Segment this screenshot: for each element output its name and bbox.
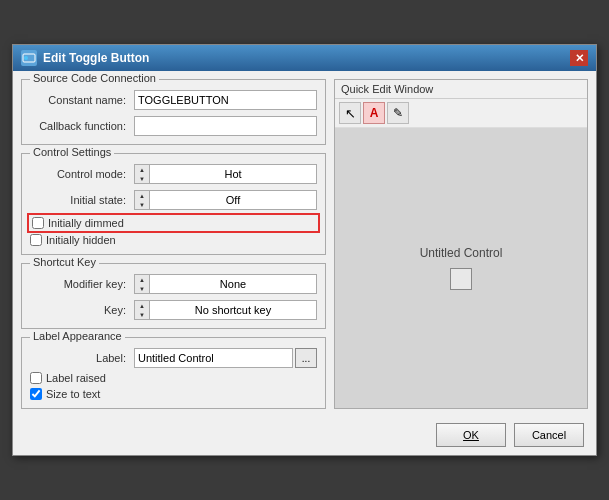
label-appearance-group-label: Label Appearance [30, 330, 125, 342]
initial-state-row: Initial state: ▲ ▼ Off [30, 190, 317, 210]
edit-toggle-button-dialog: Edit Toggle Button ✕ Source Code Connect… [12, 44, 597, 456]
modifier-key-label: Modifier key: [30, 278, 130, 290]
control-mode-down[interactable]: ▼ [135, 174, 149, 183]
modifier-key-row: Modifier key: ▲ ▼ None [30, 274, 317, 294]
constant-name-label: Constant name: [30, 94, 130, 106]
initially-dimmed-checkbox[interactable] [32, 217, 44, 229]
initial-state-up[interactable]: ▲ [135, 191, 149, 200]
key-value: No shortcut key [149, 300, 317, 320]
key-arrows[interactable]: ▲ ▼ [134, 300, 149, 320]
size-to-text-row: Size to text [30, 388, 317, 400]
right-panel: Quick Edit Window ↖ A ✎ Untitled Control [334, 79, 588, 409]
quick-edit-toolbar: ↖ A ✎ [335, 99, 587, 128]
source-code-group: Source Code Connection Constant name: Ca… [21, 79, 326, 145]
close-button[interactable]: ✕ [570, 50, 588, 66]
label-row: Label: ... [30, 348, 317, 368]
key-label: Key: [30, 304, 130, 316]
label-label: Label: [30, 352, 130, 364]
key-up[interactable]: ▲ [135, 301, 149, 310]
pencil-tool-button[interactable]: ✎ [387, 102, 409, 124]
callback-label: Callback function: [30, 120, 130, 132]
ok-button[interactable]: OK [436, 423, 506, 447]
modifier-key-arrows[interactable]: ▲ ▼ [134, 274, 149, 294]
label-raised-label: Label raised [46, 372, 106, 384]
initial-state-arrows[interactable]: ▲ ▼ [134, 190, 149, 210]
dialog-title: Edit Toggle Button [43, 51, 149, 65]
toggle-visual [450, 268, 472, 290]
constant-name-input[interactable] [134, 90, 317, 110]
dialog-footer: OK Cancel [13, 417, 596, 455]
initially-hidden-label: Initially hidden [46, 234, 116, 246]
left-panel: Source Code Connection Constant name: Ca… [21, 79, 326, 409]
initial-state-value: Off [149, 190, 317, 210]
label-input[interactable] [134, 348, 293, 368]
svg-point-1 [24, 56, 28, 60]
key-row: Key: ▲ ▼ No shortcut key [30, 300, 317, 320]
control-mode-value: Hot [149, 164, 317, 184]
quick-edit-panel: Quick Edit Window ↖ A ✎ Untitled Control [334, 79, 588, 409]
shortcut-key-group: Shortcut Key Modifier key: ▲ ▼ None Key: [21, 263, 326, 329]
label-raised-checkbox[interactable] [30, 372, 42, 384]
dialog-icon [21, 50, 37, 66]
label-input-group: ... [134, 348, 317, 368]
initial-state-spinner: ▲ ▼ Off [134, 190, 317, 210]
initially-dimmed-label: Initially dimmed [48, 217, 124, 229]
control-mode-label: Control mode: [30, 168, 130, 180]
initial-state-label: Initial state: [30, 194, 130, 206]
label-browse-button[interactable]: ... [295, 348, 317, 368]
key-down[interactable]: ▼ [135, 310, 149, 319]
cancel-button[interactable]: Cancel [514, 423, 584, 447]
initial-state-down[interactable]: ▼ [135, 200, 149, 209]
initially-hidden-row: Initially hidden [30, 234, 317, 246]
cursor-tool-button[interactable]: ↖ [339, 102, 361, 124]
titlebar: Edit Toggle Button ✕ [13, 45, 596, 71]
modifier-key-spinner: ▲ ▼ None [134, 274, 317, 294]
control-mode-row: Control mode: ▲ ▼ Hot [30, 164, 317, 184]
callback-row: Callback function: [30, 116, 317, 136]
modifier-key-up[interactable]: ▲ [135, 275, 149, 284]
canvas-control-label: Untitled Control [420, 246, 503, 260]
label-raised-row: Label raised [30, 372, 317, 384]
control-mode-up[interactable]: ▲ [135, 165, 149, 174]
source-code-group-label: Source Code Connection [30, 72, 159, 84]
control-settings-group-label: Control Settings [30, 146, 114, 158]
modifier-key-down[interactable]: ▼ [135, 284, 149, 293]
key-spinner: ▲ ▼ No shortcut key [134, 300, 317, 320]
size-to-text-checkbox[interactable] [30, 388, 42, 400]
size-to-text-label: Size to text [46, 388, 100, 400]
initially-dimmed-row: Initially dimmed [30, 216, 317, 230]
quick-edit-title: Quick Edit Window [335, 80, 587, 99]
titlebar-left: Edit Toggle Button [21, 50, 149, 66]
text-tool-button[interactable]: A [363, 102, 385, 124]
shortcut-key-group-label: Shortcut Key [30, 256, 99, 268]
control-settings-group: Control Settings Control mode: ▲ ▼ Hot I… [21, 153, 326, 255]
modifier-key-value: None [149, 274, 317, 294]
control-mode-spinner: ▲ ▼ Hot [134, 164, 317, 184]
callback-input[interactable] [134, 116, 317, 136]
initially-hidden-checkbox[interactable] [30, 234, 42, 246]
constant-name-row: Constant name: [30, 90, 317, 110]
control-mode-arrows[interactable]: ▲ ▼ [134, 164, 149, 184]
dialog-body: Source Code Connection Constant name: Ca… [13, 71, 596, 417]
label-appearance-group: Label Appearance Label: ... Label raised… [21, 337, 326, 409]
quick-edit-canvas: Untitled Control [335, 128, 587, 408]
